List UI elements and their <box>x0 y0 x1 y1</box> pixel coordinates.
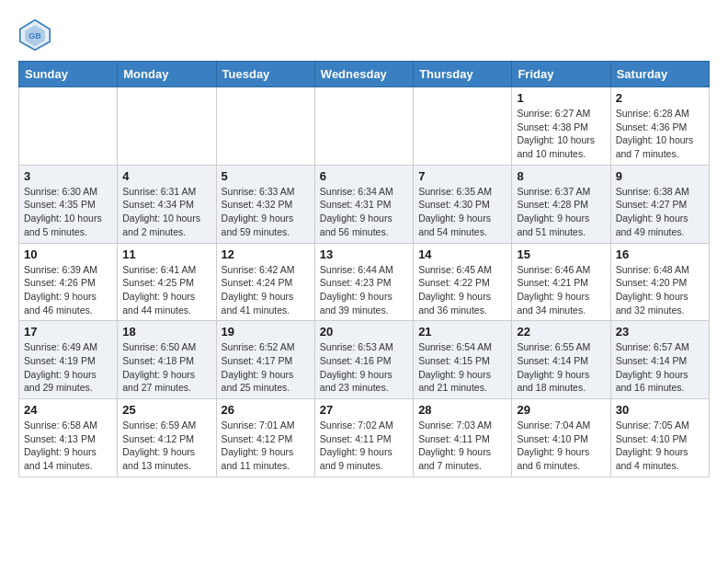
day-info: Sunrise: 6:52 AM Sunset: 4:17 PM Dayligh… <box>222 340 310 395</box>
day-number: 4 <box>122 169 210 183</box>
calendar-cell: 1Sunrise: 6:27 AM Sunset: 4:38 PM Daylig… <box>512 87 610 166</box>
day-info: Sunrise: 7:03 AM Sunset: 4:11 PM Dayligh… <box>418 419 506 473</box>
day-number: 7 <box>418 169 506 183</box>
calendar-cell: 2Sunrise: 6:28 AM Sunset: 4:36 PM Daylig… <box>610 87 709 166</box>
day-number: 17 <box>24 325 112 339</box>
calendar-cell: 14Sunrise: 6:45 AM Sunset: 4:22 PM Dayli… <box>414 243 512 321</box>
day-number: 21 <box>418 325 506 339</box>
day-info: Sunrise: 6:45 AM Sunset: 4:22 PM Dayligh… <box>418 263 506 317</box>
day-number: 5 <box>222 169 310 183</box>
day-number: 6 <box>320 169 408 183</box>
day-info: Sunrise: 6:31 AM Sunset: 4:34 PM Dayligh… <box>122 185 210 239</box>
day-info: Sunrise: 6:55 AM Sunset: 4:14 PM Dayligh… <box>517 340 605 395</box>
day-info: Sunrise: 6:34 AM Sunset: 4:31 PM Dayligh… <box>320 185 408 239</box>
calendar-cell: 17Sunrise: 6:49 AM Sunset: 4:19 PM Dayli… <box>19 321 118 399</box>
day-info: Sunrise: 6:33 AM Sunset: 4:32 PM Dayligh… <box>222 185 310 239</box>
day-number: 16 <box>616 247 704 261</box>
weekday-header: Monday <box>118 62 216 87</box>
day-info: Sunrise: 6:53 AM Sunset: 4:16 PM Dayligh… <box>320 340 408 395</box>
calendar-week-row: 24Sunrise: 6:58 AM Sunset: 4:13 PM Dayli… <box>19 399 710 477</box>
day-info: Sunrise: 6:35 AM Sunset: 4:30 PM Dayligh… <box>418 185 506 239</box>
calendar-cell: 19Sunrise: 6:52 AM Sunset: 4:17 PM Dayli… <box>216 321 314 399</box>
calendar-cell: 26Sunrise: 7:01 AM Sunset: 4:12 PM Dayli… <box>216 399 314 477</box>
day-info: Sunrise: 7:05 AM Sunset: 4:10 PM Dayligh… <box>616 419 704 473</box>
calendar-cell: 27Sunrise: 7:02 AM Sunset: 4:11 PM Dayli… <box>314 399 413 477</box>
day-info: Sunrise: 6:50 AM Sunset: 4:18 PM Dayligh… <box>122 340 210 395</box>
calendar-cell <box>314 87 413 166</box>
day-number: 15 <box>517 247 605 261</box>
svg-text:GB: GB <box>28 31 41 40</box>
day-number: 26 <box>222 403 310 417</box>
calendar-cell: 22Sunrise: 6:55 AM Sunset: 4:14 PM Dayli… <box>512 321 610 399</box>
calendar-cell <box>118 87 216 166</box>
logo: GB <box>18 18 57 52</box>
day-number: 13 <box>320 247 408 261</box>
weekday-header: Tuesday <box>216 62 314 87</box>
calendar-cell: 4Sunrise: 6:31 AM Sunset: 4:34 PM Daylig… <box>118 165 216 243</box>
day-number: 11 <box>122 247 210 261</box>
calendar-week-row: 1Sunrise: 6:27 AM Sunset: 4:38 PM Daylig… <box>19 87 710 166</box>
weekday-header-row: SundayMondayTuesdayWednesdayThursdayFrid… <box>19 62 710 87</box>
day-info: Sunrise: 6:42 AM Sunset: 4:24 PM Dayligh… <box>222 263 310 317</box>
calendar-cell: 9Sunrise: 6:38 AM Sunset: 4:27 PM Daylig… <box>610 165 709 243</box>
day-info: Sunrise: 6:54 AM Sunset: 4:15 PM Dayligh… <box>418 340 506 395</box>
logo-icon: GB <box>18 18 51 52</box>
day-info: Sunrise: 7:04 AM Sunset: 4:10 PM Dayligh… <box>517 419 605 473</box>
calendar-week-row: 3Sunrise: 6:30 AM Sunset: 4:35 PM Daylig… <box>19 165 710 243</box>
weekday-header: Thursday <box>414 62 512 87</box>
day-info: Sunrise: 6:41 AM Sunset: 4:25 PM Dayligh… <box>122 263 210 317</box>
calendar-cell: 11Sunrise: 6:41 AM Sunset: 4:25 PM Dayli… <box>118 243 216 321</box>
day-info: Sunrise: 6:28 AM Sunset: 4:36 PM Dayligh… <box>616 107 704 161</box>
calendar-cell: 28Sunrise: 7:03 AM Sunset: 4:11 PM Dayli… <box>414 399 512 477</box>
day-info: Sunrise: 6:46 AM Sunset: 4:21 PM Dayligh… <box>517 263 605 317</box>
day-info: Sunrise: 6:59 AM Sunset: 4:12 PM Dayligh… <box>122 419 210 473</box>
calendar-cell: 23Sunrise: 6:57 AM Sunset: 4:14 PM Dayli… <box>610 321 709 399</box>
day-number: 14 <box>418 247 506 261</box>
day-info: Sunrise: 6:39 AM Sunset: 4:26 PM Dayligh… <box>24 263 112 317</box>
day-info: Sunrise: 6:30 AM Sunset: 4:35 PM Dayligh… <box>24 185 112 239</box>
calendar-cell: 13Sunrise: 6:44 AM Sunset: 4:23 PM Dayli… <box>314 243 413 321</box>
day-number: 30 <box>616 403 704 417</box>
calendar-cell: 16Sunrise: 6:48 AM Sunset: 4:20 PM Dayli… <box>610 243 709 321</box>
day-info: Sunrise: 7:01 AM Sunset: 4:12 PM Dayligh… <box>222 419 310 473</box>
calendar-cell: 5Sunrise: 6:33 AM Sunset: 4:32 PM Daylig… <box>216 165 314 243</box>
day-number: 23 <box>616 325 704 339</box>
weekday-header: Wednesday <box>314 62 413 87</box>
calendar-cell: 7Sunrise: 6:35 AM Sunset: 4:30 PM Daylig… <box>414 165 512 243</box>
day-info: Sunrise: 6:48 AM Sunset: 4:20 PM Dayligh… <box>616 263 704 317</box>
header: GB <box>18 18 710 52</box>
calendar-cell: 6Sunrise: 6:34 AM Sunset: 4:31 PM Daylig… <box>314 165 413 243</box>
day-number: 20 <box>320 325 408 339</box>
calendar-cell: 30Sunrise: 7:05 AM Sunset: 4:10 PM Dayli… <box>610 399 709 477</box>
day-info: Sunrise: 6:44 AM Sunset: 4:23 PM Dayligh… <box>320 263 408 317</box>
calendar-cell: 10Sunrise: 6:39 AM Sunset: 4:26 PM Dayli… <box>19 243 118 321</box>
day-number: 28 <box>418 403 506 417</box>
day-number: 18 <box>122 325 210 339</box>
day-info: Sunrise: 6:38 AM Sunset: 4:27 PM Dayligh… <box>616 185 704 239</box>
calendar-cell: 25Sunrise: 6:59 AM Sunset: 4:12 PM Dayli… <box>118 399 216 477</box>
calendar-week-row: 10Sunrise: 6:39 AM Sunset: 4:26 PM Dayli… <box>19 243 710 321</box>
calendar-cell: 3Sunrise: 6:30 AM Sunset: 4:35 PM Daylig… <box>19 165 118 243</box>
day-info: Sunrise: 7:02 AM Sunset: 4:11 PM Dayligh… <box>320 419 408 473</box>
day-number: 2 <box>616 91 704 105</box>
day-number: 29 <box>517 403 605 417</box>
calendar-table: SundayMondayTuesdayWednesdayThursdayFrid… <box>18 61 710 477</box>
day-number: 3 <box>24 169 112 183</box>
calendar-cell: 15Sunrise: 6:46 AM Sunset: 4:21 PM Dayli… <box>512 243 610 321</box>
day-number: 27 <box>320 403 408 417</box>
day-number: 9 <box>616 169 704 183</box>
weekday-header: Friday <box>512 62 610 87</box>
calendar-cell: 12Sunrise: 6:42 AM Sunset: 4:24 PM Dayli… <box>216 243 314 321</box>
calendar-cell <box>216 87 314 166</box>
calendar-cell: 29Sunrise: 7:04 AM Sunset: 4:10 PM Dayli… <box>512 399 610 477</box>
day-number: 19 <box>222 325 310 339</box>
calendar-cell: 8Sunrise: 6:37 AM Sunset: 4:28 PM Daylig… <box>512 165 610 243</box>
day-number: 10 <box>24 247 112 261</box>
calendar-cell: 20Sunrise: 6:53 AM Sunset: 4:16 PM Dayli… <box>314 321 413 399</box>
calendar-cell: 18Sunrise: 6:50 AM Sunset: 4:18 PM Dayli… <box>118 321 216 399</box>
day-number: 8 <box>517 169 605 183</box>
day-info: Sunrise: 6:57 AM Sunset: 4:14 PM Dayligh… <box>616 340 704 395</box>
day-info: Sunrise: 6:49 AM Sunset: 4:19 PM Dayligh… <box>24 340 112 395</box>
day-number: 22 <box>517 325 605 339</box>
day-info: Sunrise: 6:37 AM Sunset: 4:28 PM Dayligh… <box>517 185 605 239</box>
